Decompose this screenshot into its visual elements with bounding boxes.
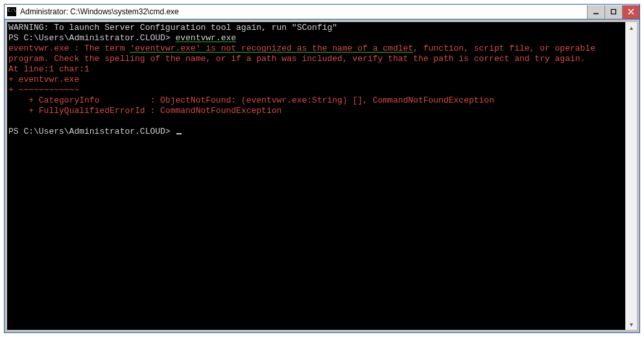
minimize-icon <box>593 8 599 15</box>
banner-line: WARNING: To launch Server Configuration … <box>8 23 337 32</box>
error-categoryinfo: + CategoryInfo : ObjectNotFound: (eventv… <box>8 95 494 105</box>
prompt-2: PS C:\Users\Administrator.CLOUD> <box>8 127 175 136</box>
window-title: Administrator: C:\Windows\system32\cmd.e… <box>20 7 587 16</box>
prompt-1-prefix: PS C:\Users\Administrator.CLOUD> <box>8 33 175 43</box>
cmd-icon <box>7 7 16 16</box>
error-plus-cmd: + eventvwr.exe <box>8 75 79 84</box>
svg-rect-1 <box>612 10 616 14</box>
error-msg-part1: eventvwr.exe : The term <box>8 44 130 53</box>
scroll-up-arrow-icon[interactable]: ▴ <box>626 22 637 33</box>
cursor <box>176 133 182 134</box>
window-controls <box>587 5 639 19</box>
error-plus-tilde: + ~~~~~~~~~~~~ <box>8 85 79 95</box>
minimize-button[interactable] <box>587 5 604 19</box>
error-fqeid: + FullyQualifiedErrorId : CommandNotFoun… <box>8 106 281 116</box>
close-button[interactable] <box>622 5 639 19</box>
scroll-down-arrow-icon[interactable]: ▾ <box>626 319 637 330</box>
prompt-1-command: eventvwr.exe <box>175 33 236 43</box>
cmd-window: Administrator: C:\Windows\system32\cmd.e… <box>4 4 640 333</box>
close-icon <box>628 8 634 15</box>
error-msg-quoted: 'eventvwr.exe' is not recognized as the … <box>130 44 413 53</box>
error-at: At line:1 char:1 <box>8 64 89 74</box>
maximize-icon <box>610 8 617 15</box>
terminal[interactable]: WARNING: To launch Server Configuration … <box>7 22 625 330</box>
client-area: WARNING: To launch Server Configuration … <box>5 19 639 332</box>
vertical-scrollbar[interactable]: ▴ ▾ <box>625 22 637 330</box>
terminal-wrap: WARNING: To launch Server Configuration … <box>7 22 637 330</box>
maximize-button[interactable] <box>604 5 622 19</box>
titlebar[interactable]: Administrator: C:\Windows\system32\cmd.e… <box>5 5 639 19</box>
